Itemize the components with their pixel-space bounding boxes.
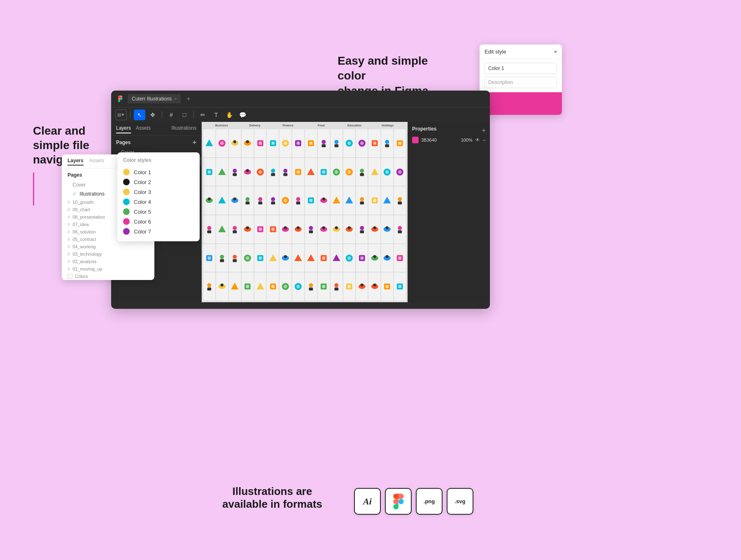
tab-close-icon[interactable]: × [174,97,177,101]
svg-point-123 [233,255,237,259]
svg-point-161 [309,283,313,287]
illustration-cell [242,273,254,301]
svg-point-19 [334,140,338,144]
svg-rect-120 [208,257,211,259]
hash-icon: # [68,259,70,264]
svg-marker-33 [218,168,226,175]
svg-point-64 [233,198,236,201]
color-4-label: Color 4 [134,199,151,205]
illustration-cell [305,273,317,301]
svg-rect-92 [233,230,237,233]
lp-tab-layers[interactable]: Layers [68,158,84,166]
cat-holidays: Holidays [371,124,404,127]
select-tool-button[interactable]: ↖ [134,110,145,120]
svg-point-110 [347,226,350,229]
svg-rect-176 [398,285,401,288]
remove-fill-button[interactable]: − [482,137,486,143]
svg-point-37 [246,169,249,172]
fill-opacity-value[interactable]: 100% [461,138,473,142]
svg-point-158 [284,285,287,289]
ai-label: Ai [363,496,372,507]
lp-layer-colors[interactable]: Colors [62,273,154,280]
illustration-cell [368,158,380,186]
color-item-1[interactable]: Color 1 [123,167,194,177]
hand-tool-button[interactable]: ✋ [224,110,235,120]
visibility-toggle-icon[interactable]: 👁 [475,137,480,143]
svg-marker-0 [205,140,213,147]
illustration-cell [368,187,380,215]
color-styles-title: Color styles [123,157,194,163]
svg-point-111 [360,226,364,230]
svg-rect-104 [309,230,313,233]
svg-point-81 [360,197,364,201]
svg-point-17 [322,140,326,144]
illustration-cell [280,273,291,301]
svg-rect-135 [322,257,325,259]
illustration-cell [216,129,228,157]
new-tab-button[interactable]: + [184,95,193,103]
category-labels-row: Business Delivery Finance Food Education… [205,124,404,127]
color-item-7[interactable]: Color 7 [123,226,194,236]
lp-layer-02-analysis[interactable]: #02_analysis [62,258,154,265]
color-item-3[interactable]: Color 3 [123,187,194,197]
svg-marker-62 [218,197,226,204]
frame-tool-button-2[interactable]: # [165,110,177,120]
ai-format-icon: Ai [354,488,381,515]
lp-layer-03-technology[interactable]: #03_technology [62,250,154,258]
svg-rect-18 [322,144,326,147]
illustration-cell [216,273,228,301]
svg-point-91 [233,226,237,230]
svg-rect-14 [297,142,300,145]
add-page-button[interactable]: + [193,139,196,146]
color-item-5[interactable]: Color 5 [123,207,194,217]
add-property-button[interactable]: + [482,127,486,134]
svg-point-57 [385,170,389,174]
text-tool-button[interactable]: T [210,110,222,120]
comment-tool-button[interactable]: 💬 [237,110,248,120]
frame-tool-button[interactable]: ▤▼ [115,110,127,120]
rect-tool-button[interactable]: □ [179,110,190,120]
svg-point-114 [373,226,376,229]
illustration-cell [318,273,330,301]
figma-tab[interactable]: Cuterr Illustrations × [128,94,181,103]
tab-assets[interactable]: Assets [136,125,151,133]
svg-rect-28 [385,144,389,147]
color-item-2[interactable]: Color 2 [123,177,194,187]
pen-tool-button[interactable]: ✏ [197,110,209,120]
fill-swatch[interactable] [412,137,419,143]
color-7-dot [123,228,130,235]
color-name-input[interactable]: Color 1 [485,63,557,74]
svg-point-73 [296,197,301,201]
png-format-icon: .png [416,488,443,515]
cat-delivery: Delivery [238,124,272,127]
illustration-cell [318,158,330,186]
svg-marker-80 [345,197,353,204]
color-item-6[interactable]: Color 6 [123,217,194,226]
tab-layers[interactable]: Layers [116,125,131,133]
color-item-4[interactable]: Color 4 [123,197,194,207]
figma-canvas: Business Delivery Finance Food Education… [202,122,408,302]
illustration-cell [381,273,393,301]
svg-rect-166 [334,288,338,291]
hash-icon: # [68,215,70,219]
svg-point-59 [398,170,402,174]
move-tool-button[interactable]: ✥ [147,110,158,120]
svg-rect-148 [207,288,212,291]
illustration-cell [394,158,406,186]
svg-point-65 [245,197,249,201]
illustration-cell [267,273,279,301]
fill-hex-value[interactable]: 3B3640 [421,138,459,142]
edit-style-header: Edit style × [480,44,562,58]
illustrations-grid [203,129,406,301]
illustration-cell [267,158,279,186]
lp-layer-01-moving-up[interactable]: #01_moving_up [62,265,154,273]
illustration-cell [203,215,215,243]
tab-label: Cuterr Illustrations [132,96,172,102]
edit-style-close-button[interactable]: × [554,49,557,55]
color-2-label: Color 2 [134,179,151,185]
svg-rect-96 [259,228,261,231]
lp-tab-assets[interactable]: Assets [89,158,104,166]
svg-point-116 [386,226,389,229]
lp-layer-04-working[interactable]: #04_working [62,243,154,250]
description-input[interactable]: Description [485,77,557,88]
